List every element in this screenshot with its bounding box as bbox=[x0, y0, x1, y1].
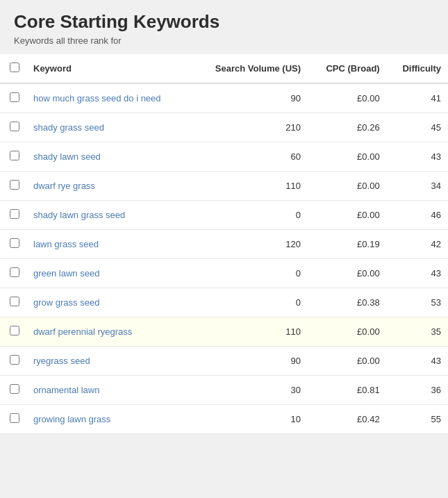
row-checkbox[interactable] bbox=[10, 384, 19, 394]
row-checkbox-cell bbox=[0, 113, 26, 142]
difficulty-cell: 35 bbox=[387, 317, 448, 347]
search-volume-cell: 30 bbox=[192, 376, 308, 405]
row-checkbox[interactable] bbox=[10, 122, 19, 131]
cpc-cell: £0.00 bbox=[308, 142, 387, 172]
table-row: ornamental lawn 30 £0.81 36 bbox=[0, 376, 448, 405]
header-cpc: CPC (Broad) bbox=[308, 54, 387, 83]
row-checkbox[interactable] bbox=[10, 92, 19, 102]
keyword-link[interactable]: ryegrass seed bbox=[33, 356, 90, 366]
keyword-link[interactable]: ornamental lawn bbox=[33, 385, 99, 395]
keyword-link[interactable]: shady lawn grass seed bbox=[33, 210, 125, 220]
keyword-cell: ryegrass seed bbox=[26, 347, 192, 376]
cpc-cell: £0.42 bbox=[308, 405, 387, 434]
keyword-link[interactable]: growing lawn grass bbox=[33, 414, 110, 424]
keyword-link[interactable]: dwarf perennial ryegrass bbox=[33, 326, 132, 337]
row-checkbox-cell bbox=[0, 317, 26, 347]
table-row: how much grass seed do i need 90 £0.00 4… bbox=[0, 83, 448, 113]
difficulty-cell: 53 bbox=[387, 288, 448, 317]
row-checkbox[interactable] bbox=[10, 355, 19, 365]
difficulty-cell: 43 bbox=[387, 142, 448, 172]
cpc-cell: £0.38 bbox=[308, 288, 387, 317]
table-row: dwarf perennial ryegrass 110 £0.00 35 bbox=[0, 317, 448, 347]
table-body: how much grass seed do i need 90 £0.00 4… bbox=[0, 83, 448, 434]
table-row: ryegrass seed 90 £0.00 43 bbox=[0, 347, 448, 376]
keyword-link[interactable]: lawn grass seed bbox=[33, 239, 99, 249]
table-row: growing lawn grass 10 £0.42 55 bbox=[0, 405, 448, 434]
row-checkbox[interactable] bbox=[10, 151, 19, 160]
row-checkbox[interactable] bbox=[10, 413, 19, 423]
header-keyword: Keyword bbox=[26, 54, 192, 83]
cpc-cell: £0.00 bbox=[308, 317, 387, 347]
row-checkbox[interactable] bbox=[10, 180, 19, 190]
row-checkbox[interactable] bbox=[10, 209, 19, 219]
row-checkbox-cell bbox=[0, 288, 26, 317]
row-checkbox-cell bbox=[0, 142, 26, 172]
difficulty-cell: 42 bbox=[387, 230, 448, 259]
keyword-link[interactable]: how much grass seed do i need bbox=[33, 93, 161, 103]
difficulty-cell: 45 bbox=[387, 113, 448, 142]
keyword-cell: dwarf perennial ryegrass bbox=[26, 317, 192, 347]
keyword-cell: green lawn seed bbox=[26, 259, 192, 288]
keyword-cell: grow grass seed bbox=[26, 288, 192, 317]
row-checkbox-cell bbox=[0, 347, 26, 376]
difficulty-cell: 43 bbox=[387, 259, 448, 288]
difficulty-cell: 43 bbox=[387, 347, 448, 376]
keyword-link[interactable]: shady grass seed bbox=[33, 122, 104, 133]
header-difficulty: Difficulty bbox=[387, 54, 448, 83]
row-checkbox-cell bbox=[0, 201, 26, 230]
keyword-cell: growing lawn grass bbox=[26, 405, 192, 434]
row-checkbox[interactable] bbox=[10, 238, 19, 248]
row-checkbox-cell bbox=[0, 376, 26, 405]
header-search-volume: Search Volume (US) bbox=[192, 54, 308, 83]
keyword-link[interactable]: green lawn seed bbox=[33, 268, 99, 279]
table-row: green lawn seed 0 £0.00 43 bbox=[0, 259, 448, 288]
cpc-cell: £0.00 bbox=[308, 347, 387, 376]
difficulty-cell: 34 bbox=[387, 172, 448, 201]
search-volume-cell: 120 bbox=[192, 230, 308, 259]
difficulty-cell: 36 bbox=[387, 376, 448, 405]
page-subtitle: Keywords all three rank for bbox=[14, 35, 434, 46]
cpc-cell: £0.26 bbox=[308, 113, 387, 142]
page-header: Core Starting Keywords Keywords all thre… bbox=[0, 0, 448, 54]
table-row: shady grass seed 210 £0.26 45 bbox=[0, 113, 448, 142]
table-row: grow grass seed 0 £0.38 53 bbox=[0, 288, 448, 317]
cpc-cell: £0.00 bbox=[308, 172, 387, 201]
keyword-cell: dwarf rye grass bbox=[26, 172, 192, 201]
page-title: Core Starting Keywords bbox=[14, 11, 434, 33]
search-volume-cell: 90 bbox=[192, 83, 308, 113]
difficulty-cell: 41 bbox=[387, 83, 448, 113]
cpc-cell: £0.81 bbox=[308, 376, 387, 405]
search-volume-cell: 0 bbox=[192, 288, 308, 317]
keyword-link[interactable]: shady lawn seed bbox=[33, 151, 101, 162]
search-volume-cell: 0 bbox=[192, 201, 308, 230]
select-all-checkbox[interactable] bbox=[10, 63, 19, 72]
keyword-cell: lawn grass seed bbox=[26, 230, 192, 259]
row-checkbox[interactable] bbox=[10, 297, 19, 306]
cpc-cell: £0.00 bbox=[308, 201, 387, 230]
search-volume-cell: 0 bbox=[192, 259, 308, 288]
search-volume-cell: 210 bbox=[192, 113, 308, 142]
search-volume-cell: 10 bbox=[192, 405, 308, 434]
table-header: Keyword Search Volume (US) CPC (Broad) D… bbox=[0, 54, 448, 83]
keyword-cell: shady lawn seed bbox=[26, 142, 192, 172]
keyword-cell: shady grass seed bbox=[26, 113, 192, 142]
search-volume-cell: 60 bbox=[192, 142, 308, 172]
cpc-cell: £0.19 bbox=[308, 230, 387, 259]
row-checkbox[interactable] bbox=[10, 326, 19, 335]
row-checkbox-cell bbox=[0, 83, 26, 113]
header-checkbox-col bbox=[0, 54, 26, 83]
keyword-link[interactable]: grow grass seed bbox=[33, 297, 99, 308]
row-checkbox-cell bbox=[0, 259, 26, 288]
keywords-table-container: Keyword Search Volume (US) CPC (Broad) D… bbox=[0, 54, 448, 434]
keyword-cell: how much grass seed do i need bbox=[26, 83, 192, 113]
search-volume-cell: 90 bbox=[192, 347, 308, 376]
cpc-cell: £0.00 bbox=[308, 83, 387, 113]
row-checkbox-cell bbox=[0, 230, 26, 259]
table-row: dwarf rye grass 110 £0.00 34 bbox=[0, 172, 448, 201]
row-checkbox-cell bbox=[0, 172, 26, 201]
row-checkbox[interactable] bbox=[10, 267, 19, 277]
table-row: lawn grass seed 120 £0.19 42 bbox=[0, 230, 448, 259]
difficulty-cell: 55 bbox=[387, 405, 448, 434]
keyword-cell: ornamental lawn bbox=[26, 376, 192, 405]
keyword-link[interactable]: dwarf rye grass bbox=[33, 181, 95, 191]
